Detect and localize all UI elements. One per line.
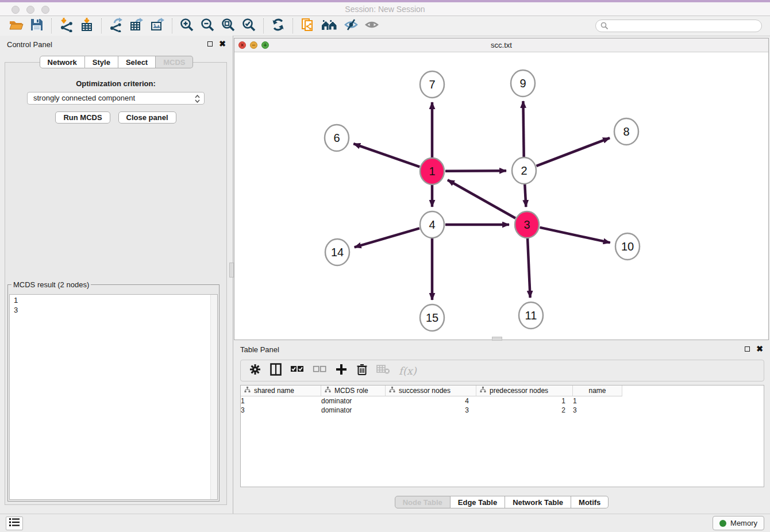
graph-node-15[interactable]: 15: [420, 304, 444, 331]
table-cell[interactable]: dominator: [321, 406, 386, 414]
graph-node-10[interactable]: 10: [615, 233, 640, 260]
network-maximize-icon[interactable]: +: [261, 41, 269, 49]
table-cell[interactable]: 1: [241, 397, 321, 405]
column-header-MCDS-role[interactable]: MCDS role: [321, 385, 386, 396]
vertical-splitter-handle[interactable]: [229, 263, 234, 277]
column-group-icon: [389, 387, 395, 395]
table-cell[interactable]: 3: [241, 406, 321, 414]
delete-row-trash-icon[interactable]: [356, 363, 368, 378]
table-settings-gear-icon[interactable]: [249, 363, 261, 378]
select-stepper-icon: [195, 95, 200, 106]
table-cell[interactable]: dominator: [321, 397, 386, 405]
graph-node-6[interactable]: 6: [325, 125, 349, 151]
horizontal-splitter-handle[interactable]: [492, 337, 502, 341]
table-cell[interactable]: 3: [573, 406, 622, 414]
column-header-successor-nodes[interactable]: successor nodes: [386, 385, 476, 396]
graph-edge-2-8[interactable]: [536, 138, 610, 166]
table-cell[interactable]: 1: [573, 397, 622, 405]
tab-select[interactable]: Select: [118, 56, 156, 68]
table-panel-title: Table Panel: [240, 345, 279, 354]
graph-edge-2-9[interactable]: [523, 101, 523, 157]
graph-node-1[interactable]: 1: [420, 158, 444, 184]
search-field-wrap: [595, 20, 762, 32]
result-scrollbar[interactable]: [210, 295, 217, 499]
network-close-icon[interactable]: ×: [238, 41, 246, 49]
table-row[interactable]: 1dominator411: [241, 396, 764, 406]
window-titlebar: Session: New Session: [0, 0, 770, 16]
graph-edge-2-3[interactable]: [525, 184, 526, 207]
tab-motifs[interactable]: Motifs: [571, 496, 609, 508]
close-panel-icon[interactable]: ✖: [219, 41, 226, 47]
graph-edge-4-14[interactable]: [355, 228, 419, 247]
graph-node-label: 1: [429, 165, 435, 178]
select-all-icon[interactable]: [290, 365, 304, 376]
tab-style[interactable]: Style: [85, 56, 118, 68]
clone-network-button[interactable]: [297, 17, 318, 34]
close-table-panel-icon[interactable]: ✖: [756, 346, 763, 352]
refresh-button[interactable]: [268, 17, 288, 34]
graph-edge-1-6[interactable]: [353, 144, 419, 167]
tab-network-table[interactable]: Network Table: [505, 496, 571, 508]
graph-edge-3-11[interactable]: [528, 238, 530, 298]
table-cell[interactable]: 3: [386, 406, 476, 414]
search-icon: [600, 22, 609, 32]
graph-edge-3-1[interactable]: [448, 180, 515, 218]
deselect-all-icon[interactable]: [313, 365, 326, 376]
show-columns-icon[interactable]: [270, 363, 282, 378]
import-table-button[interactable]: [76, 17, 97, 34]
export-image-button[interactable]: [147, 17, 168, 34]
zoom-selected-button[interactable]: [238, 17, 259, 34]
table-row[interactable]: 3dominator323: [241, 406, 764, 415]
graph-edge-1-2[interactable]: [445, 171, 506, 171]
save-session-button[interactable]: [26, 17, 47, 34]
add-column-icon[interactable]: [335, 363, 348, 378]
graph-node-11[interactable]: 11: [519, 302, 543, 329]
home-network-button[interactable]: [318, 17, 341, 34]
memory-button[interactable]: Memory: [713, 516, 764, 530]
graph-node-4[interactable]: 4: [420, 211, 444, 238]
import-network-button[interactable]: [56, 17, 76, 34]
table-panel-tabs: Node Table Edge Table Network Table Moti…: [233, 496, 770, 508]
table-cell[interactable]: 1: [476, 397, 573, 405]
hide-selected-button[interactable]: [341, 17, 361, 34]
zoom-in-button[interactable]: [176, 17, 197, 34]
show-graphics-button[interactable]: [361, 17, 382, 34]
graph-node-3[interactable]: 3: [515, 211, 539, 238]
toolbar-separator: [101, 18, 102, 33]
task-history-button[interactable]: [6, 516, 23, 530]
tab-edge-table[interactable]: Edge Table: [451, 496, 505, 508]
export-table-button[interactable]: [126, 17, 147, 34]
graph-node-14[interactable]: 14: [325, 239, 349, 265]
optimization-criterion-select[interactable]: strongly connected component: [27, 92, 205, 105]
open-session-button[interactable]: [6, 17, 26, 34]
memory-status-icon: [719, 520, 726, 527]
network-minimize-icon[interactable]: −: [250, 41, 257, 49]
tab-network[interactable]: Network: [40, 56, 85, 68]
graph-node-7[interactable]: 7: [420, 71, 444, 98]
tab-node-table[interactable]: Node Table: [395, 496, 451, 508]
tab-mcds[interactable]: MCDS: [156, 56, 193, 68]
table-cell[interactable]: 2: [476, 406, 573, 414]
close-panel-button[interactable]: Close panel: [118, 111, 176, 124]
column-header-name[interactable]: name: [573, 385, 622, 396]
column-header-shared-name[interactable]: shared name: [241, 385, 321, 396]
zoom-out-button[interactable]: [197, 17, 218, 34]
zoom-fit-button[interactable]: [218, 17, 238, 34]
table-panel: Table Panel ✖ f(x) shared nameMCDS roles…: [233, 341, 770, 514]
float-panel-icon[interactable]: [207, 41, 213, 47]
graph-edge-3-10[interactable]: [540, 228, 610, 243]
run-mcds-button[interactable]: Run MCDS: [55, 111, 110, 124]
network-window-title: scc.txt: [234, 38, 768, 52]
graph-node-9[interactable]: 9: [511, 70, 535, 97]
mcds-result-text[interactable]: 1 3: [9, 294, 218, 500]
column-header-predecessor-nodes[interactable]: predecessor nodes: [476, 385, 573, 396]
status-bar: Memory: [0, 514, 770, 532]
float-table-panel-icon[interactable]: [745, 346, 750, 352]
network-canvas[interactable]: 7968124314101511: [234, 52, 768, 340]
network-window-titlebar[interactable]: × − + scc.txt: [234, 38, 768, 52]
graph-node-2[interactable]: 2: [512, 157, 536, 184]
graph-node-8[interactable]: 8: [614, 118, 638, 145]
export-network-button[interactable]: [106, 17, 126, 34]
table-cell[interactable]: 4: [386, 397, 476, 405]
search-input[interactable]: [595, 20, 762, 32]
